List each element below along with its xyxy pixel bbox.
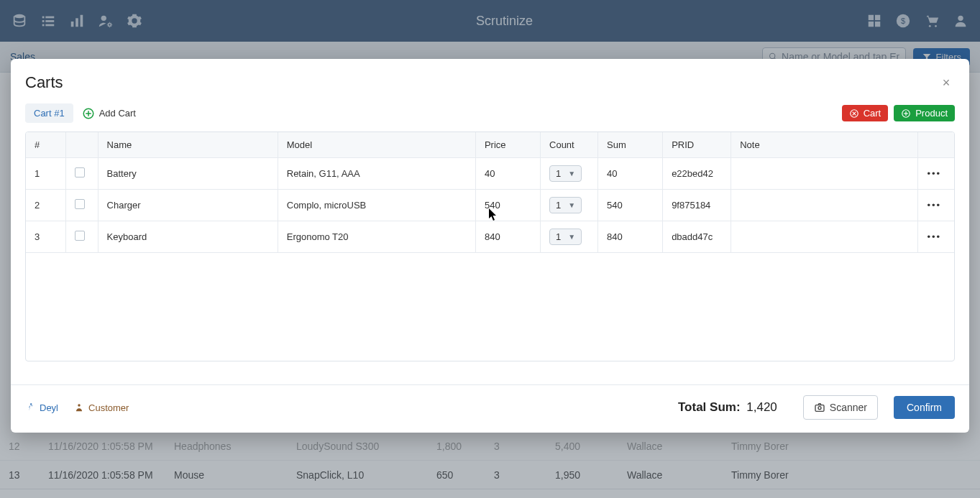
cell-name: Keyboard [98, 221, 278, 253]
person-run-icon [25, 402, 35, 412]
col-checkbox [65, 132, 98, 158]
cell-price: 840 [475, 221, 540, 253]
confirm-button[interactable]: Confirm [894, 396, 955, 419]
cell-prid: dbadd47c [663, 221, 731, 253]
cell-model: Ergonomo T20 [278, 221, 475, 253]
row-checkbox[interactable] [75, 199, 85, 209]
add-cart-button[interactable]: Add Cart [82, 107, 136, 120]
total-sum: Total Sum: 1,420 [678, 400, 777, 415]
count-dropdown[interactable]: 1▼ [549, 197, 582, 213]
col-note: Note [731, 132, 918, 158]
close-button[interactable]: × [938, 74, 955, 91]
carts-modal: Carts × Cart #1 Add Cart Cart Product [11, 59, 969, 433]
caret-down-icon: ▼ [568, 170, 575, 177]
cell-price: 40 [475, 158, 540, 190]
cell-num: 2 [26, 190, 65, 221]
deyl-link[interactable]: Deyl [25, 402, 58, 413]
count-dropdown[interactable]: 1▼ [549, 229, 582, 245]
cart-tab-1[interactable]: Cart #1 [25, 103, 73, 123]
cell-sum: 840 [598, 221, 663, 253]
modal-overlay: Carts × Cart #1 Add Cart Cart Product [0, 0, 980, 498]
cell-model: Complo, microUSB [278, 190, 475, 221]
cell-price: 540 [475, 190, 540, 221]
caret-down-icon: ▼ [568, 233, 575, 241]
table-row: 3 Keyboard Ergonomo T20 840 1▼ 840 dbadd… [26, 221, 954, 253]
svg-point-33 [78, 404, 81, 407]
cell-name: Charger [98, 190, 278, 221]
plus-circle-icon [82, 107, 95, 120]
svg-rect-34 [815, 405, 824, 412]
cell-note[interactable] [731, 190, 918, 221]
caret-down-icon: ▼ [568, 201, 575, 209]
col-actions [918, 132, 954, 158]
cell-model: Retain, G11, AAA [278, 158, 475, 190]
count-dropdown[interactable]: 1▼ [549, 165, 582, 182]
col-sum: Sum [598, 132, 663, 158]
svg-point-35 [818, 407, 821, 410]
scanner-button[interactable]: Scanner [803, 395, 878, 420]
col-num: # [26, 132, 65, 158]
cell-prid: e22bed42 [663, 158, 731, 190]
x-circle-icon [849, 109, 859, 119]
cell-num: 3 [26, 221, 65, 253]
customer-link[interactable]: Customer [74, 402, 129, 413]
cell-note[interactable] [731, 221, 918, 253]
cart-table: # Name Model Price Count Sum PRID Note [25, 132, 955, 361]
add-product-button[interactable]: Product [894, 105, 955, 121]
table-row: 1 Battery Retain, G11, AAA 40 1▼ 40 e22b… [26, 158, 954, 190]
row-checkbox[interactable] [75, 167, 85, 177]
remove-cart-button[interactable]: Cart [842, 105, 889, 121]
svg-point-32 [30, 403, 32, 405]
row-menu-button[interactable]: ••• [918, 158, 954, 190]
row-menu-button[interactable]: ••• [918, 190, 954, 221]
person-icon [74, 402, 84, 412]
col-name: Name [98, 132, 278, 158]
row-menu-button[interactable]: ••• [918, 221, 954, 253]
modal-title: Carts [25, 73, 63, 92]
table-header-row: # Name Model Price Count Sum PRID Note [26, 132, 954, 158]
table-row: 2 Charger Complo, microUSB 540 1▼ 540 9f… [26, 190, 954, 221]
plus-circle-icon [901, 109, 911, 119]
col-prid: PRID [663, 132, 731, 158]
cell-name: Battery [98, 158, 278, 190]
col-model: Model [278, 132, 475, 158]
cell-num: 1 [26, 158, 65, 190]
row-checkbox[interactable] [75, 231, 85, 241]
camera-icon [814, 402, 825, 413]
cell-sum: 40 [598, 158, 663, 190]
cell-sum: 540 [598, 190, 663, 221]
cell-prid: 9f875184 [663, 190, 731, 221]
col-price: Price [475, 132, 540, 158]
col-count: Count [541, 132, 598, 158]
cell-note[interactable] [731, 158, 918, 190]
